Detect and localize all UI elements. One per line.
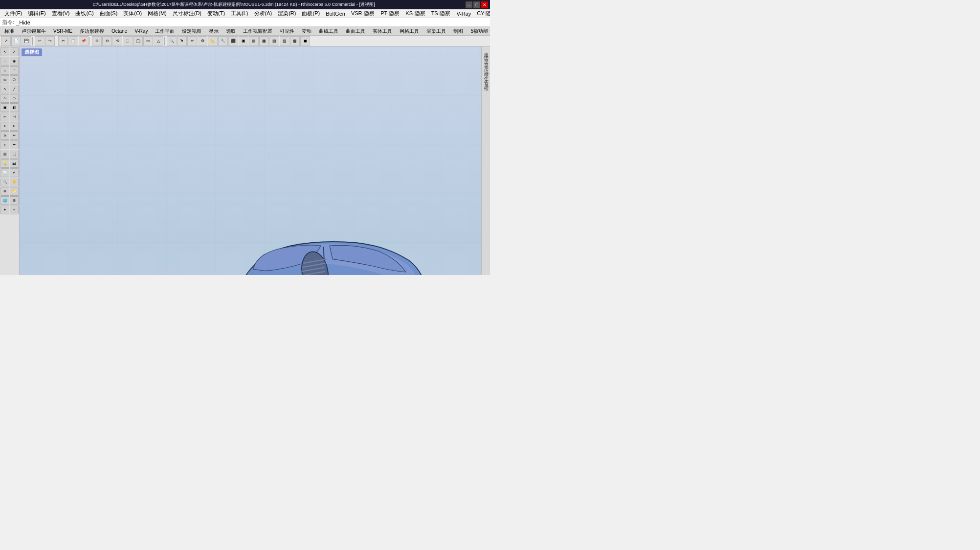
side-rotate[interactable]: ↻	[10, 122, 19, 131]
viewport[interactable]: 透视图	[20, 46, 481, 275]
menu-item-o[interactable]: 实体(O)	[121, 9, 144, 18]
side-dim[interactable]: ⊢	[10, 140, 19, 149]
tool-btn-6[interactable]: ⊖	[102, 36, 112, 46]
side-poly[interactable]: ⬡	[10, 75, 19, 84]
menu-item-d[interactable]: 尺寸标注(D)	[170, 9, 204, 18]
right-btn-show[interactable]: 示	[483, 61, 490, 64]
menu-item-c[interactable]: 曲线(C)	[73, 9, 96, 18]
tool-btn-22[interactable]: ▧	[269, 36, 279, 46]
tool-btn-2[interactable]: 📄	[11, 36, 21, 46]
tab-5[interactable]: V-Ray	[131, 27, 151, 35]
tool-btn-9[interactable]: ◯	[133, 36, 143, 46]
tab-0[interactable]: 标准	[1, 27, 18, 35]
menu-item-e[interactable]: 编辑(E)	[25, 9, 48, 18]
tool-btn-redo[interactable]: ↪	[45, 36, 55, 46]
tool-btn-23[interactable]: ▨	[280, 36, 290, 46]
tool-btn-17[interactable]: 🔧	[218, 36, 228, 46]
tool-btn-11[interactable]: △	[154, 36, 163, 46]
menu-item-vray[interactable]: V-Ray	[454, 10, 473, 17]
tool-btn-18[interactable]: ⬛	[228, 36, 238, 46]
menu-item-vsr[interactable]: VSR-隐察	[349, 9, 377, 18]
tool-btn-13[interactable]: 🖱	[177, 36, 187, 46]
side-scale[interactable]: ⇲	[0, 131, 9, 140]
tab-3[interactable]: 多边形建模	[76, 27, 108, 35]
right-btn-layer[interactable]: 层	[483, 54, 490, 57]
side-move[interactable]: ✦	[0, 122, 9, 131]
side-line[interactable]: ╱	[10, 85, 19, 93]
menu-item-l[interactable]: 工具(L)	[228, 9, 250, 18]
side-rect[interactable]: ▭	[0, 75, 9, 84]
side-freeform[interactable]: 〜	[0, 94, 9, 103]
tool-btn-15[interactable]: ⚙	[198, 36, 207, 46]
right-btn-prop2[interactable]: 性	[483, 82, 490, 85]
side-trim[interactable]: ✂	[0, 113, 9, 121]
tool-btn-8[interactable]: ⬚	[123, 36, 133, 46]
menu-item-p[interactable]: 面板(P)	[299, 9, 322, 18]
menu-item-ts[interactable]: TS-隐察	[429, 9, 453, 18]
tool-btn-16[interactable]: 📐	[208, 36, 218, 46]
tool-btn-7[interactable]: ⟲	[112, 36, 122, 46]
tab-2[interactable]: VSR-ME	[50, 27, 76, 35]
right-btn-display[interactable]: 显	[483, 58, 490, 61]
tab-4[interactable]: Octane	[108, 27, 131, 35]
side-surface[interactable]: ▣	[0, 103, 9, 112]
right-btn-prop[interactable]: 属	[483, 78, 490, 81]
menu-item-pt[interactable]: PT-隐察	[378, 9, 402, 18]
close-button[interactable]: ✕	[481, 1, 488, 8]
right-btn-diagram[interactable]: 图	[483, 51, 490, 54]
tab-14[interactable]: 曲面工具	[342, 27, 369, 35]
tab-12[interactable]: 变动	[298, 27, 315, 35]
tool-btn-14[interactable]: ✏	[187, 36, 197, 46]
right-btn-build[interactable]: 建	[483, 47, 490, 50]
menu-item-t[interactable]: 变动(T)	[205, 9, 227, 18]
tab-17[interactable]: 渲染工具	[423, 27, 449, 35]
side-point2[interactable]: ◉	[10, 57, 19, 66]
tool-btn-paste[interactable]: 📌	[79, 36, 89, 46]
side-ellipse[interactable]: ⬭	[10, 94, 19, 103]
tab-18[interactable]: 制图	[450, 27, 467, 35]
maximize-button[interactable]: □	[473, 1, 480, 8]
right-btn-task[interactable]: 任	[483, 71, 490, 74]
side-select[interactable]: ↖	[0, 47, 9, 56]
tab-15[interactable]: 实体工具	[369, 27, 396, 35]
menu-item-boltgen[interactable]: BoltGen	[323, 10, 348, 17]
menu-item-r[interactable]: 渲染(R)	[275, 9, 298, 18]
menu-item-s[interactable]: 曲面(S)	[97, 9, 120, 18]
tab-9[interactable]: 选取	[223, 27, 239, 35]
side-select2[interactable]: ⤢	[10, 47, 19, 56]
tool-btn-24[interactable]: ▩	[290, 36, 300, 46]
tool-btn-1[interactable]: ↗	[1, 36, 11, 46]
side-point[interactable]: ·	[0, 57, 9, 66]
tool-btn-copy[interactable]: 📋	[68, 36, 78, 46]
side-world[interactable]: 🌐	[0, 196, 9, 205]
side-zoom[interactable]: 🔍	[0, 178, 9, 186]
side-render1[interactable]: 💡	[0, 159, 9, 168]
right-btn-desc[interactable]: 说	[483, 65, 490, 68]
side-block[interactable]: ⬚	[10, 150, 19, 159]
tool-btn-cut[interactable]: ✂	[58, 36, 68, 46]
side-extra1[interactable]: ✦	[0, 206, 9, 214]
side-hatch[interactable]: ▤	[0, 150, 9, 159]
tool-btn-21[interactable]: ▦	[259, 36, 269, 46]
menu-item-a[interactable]: 分析(A)	[252, 9, 275, 18]
tool-btn-10[interactable]: ▭	[143, 36, 153, 46]
right-btn-task2[interactable]: 务	[483, 75, 490, 78]
side-pan[interactable]: ✋	[10, 178, 19, 186]
tab-6[interactable]: 工作平面	[152, 27, 178, 35]
tab-19[interactable]: 5额功能	[467, 27, 490, 35]
side-surface2[interactable]: ◧	[10, 103, 19, 112]
side-text[interactable]: T	[0, 140, 9, 149]
tab-7[interactable]: 设定视图	[178, 27, 205, 35]
side-uv[interactable]: ⊞	[10, 196, 19, 205]
menu-item-v[interactable]: 查看(V)	[49, 9, 72, 18]
tool-btn-5[interactable]: ⊕	[92, 36, 102, 46]
tab-10[interactable]: 工作视窗配置	[240, 27, 276, 35]
tool-btn-25[interactable]: ◼	[300, 36, 310, 46]
side-snap[interactable]: ⊕	[0, 187, 9, 196]
menu-item-cy[interactable]: CY-随察	[474, 9, 490, 18]
tab-16[interactable]: 网格工具	[396, 27, 423, 35]
tab-8[interactable]: 显示	[205, 27, 222, 35]
side-mirror[interactable]: ⇔	[10, 131, 19, 140]
side-curve[interactable]: ∿	[0, 85, 9, 93]
tab-13[interactable]: 曲线工具	[315, 27, 342, 35]
